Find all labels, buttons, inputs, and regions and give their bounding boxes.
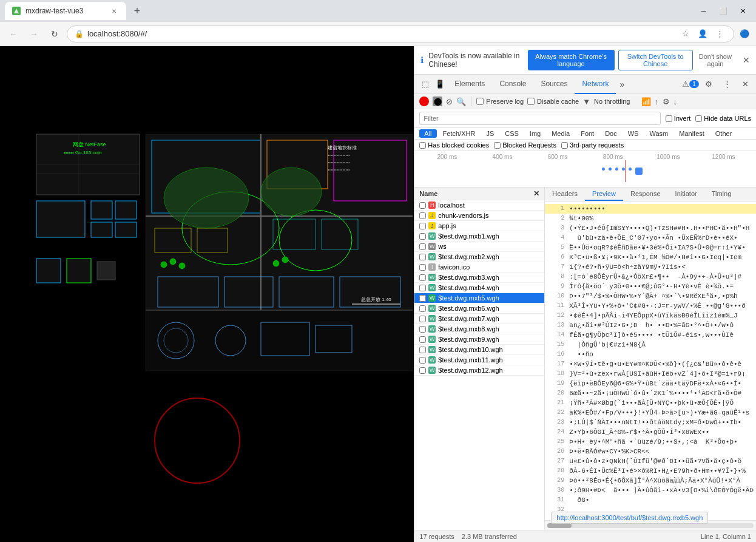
item-checkbox[interactable]	[419, 285, 426, 291]
item-checkbox[interactable]	[419, 212, 426, 219]
blocked-requests-input[interactable]	[494, 142, 501, 149]
close-button[interactable]: ✕	[734, 2, 751, 19]
type-js[interactable]: JS	[481, 129, 499, 138]
network-item-mxb2[interactable]: W $test.dwg.mxb2.wgh	[414, 252, 544, 262]
network-item-mxb10[interactable]: W $test.dwg.mxb10.wgh	[414, 345, 544, 355]
preview-content[interactable]: 1 ••••••••• 2 ¾t•00% 3 (•Ý£•J•éÔ{ImS¥Y••…	[545, 202, 756, 520]
third-party-checkbox[interactable]: 3rd-party requests	[561, 141, 624, 149]
network-item-ws[interactable]: W ws	[414, 242, 544, 252]
minimize-button[interactable]: ─	[695, 2, 712, 19]
type-all[interactable]: All	[419, 129, 436, 138]
blocked-requests-checkbox[interactable]: Blocked Requests	[494, 141, 556, 149]
invert-checkbox[interactable]: Invert	[666, 115, 691, 122]
item-checkbox[interactable]	[419, 336, 426, 343]
issues-icon[interactable]: ⚠ 1	[683, 77, 698, 92]
new-tab-button[interactable]: +	[129, 2, 146, 19]
address-bar[interactable]: 🔒 localhost:8080/#/ ☆ 👤 ⋮	[67, 25, 734, 42]
import-icon[interactable]: ↑	[655, 97, 659, 106]
type-css[interactable]: CSS	[500, 129, 524, 138]
match-language-button[interactable]: Always match Chrome's language	[528, 50, 615, 70]
tab-close-button[interactable]: ✕	[109, 6, 119, 16]
more-tabs-icon[interactable]: »	[616, 80, 628, 89]
has-blocked-cookies-input[interactable]	[419, 142, 426, 149]
item-checkbox[interactable]	[419, 295, 426, 302]
network-item-mxb11[interactable]: W $test.dwg.mxb11.wgh	[414, 355, 544, 365]
network-item-mxb12[interactable]: W $test.dwg.mxb12.wgh	[414, 365, 544, 376]
settings-icon[interactable]: ⚙	[701, 77, 716, 92]
network-item-mxb5[interactable]: W $test.dwg.mxb5.wgh	[414, 293, 544, 303]
menu-icon[interactable]: ⋮	[713, 27, 726, 41]
back-button[interactable]: ←	[5, 25, 22, 42]
preview-tab-timing[interactable]: Timing	[704, 188, 739, 201]
preview-tab-initiator[interactable]: Initiator	[668, 188, 704, 201]
record-button[interactable]	[419, 97, 429, 106]
download-icon[interactable]: ↓	[673, 97, 678, 106]
network-item-app[interactable]: J app.js	[414, 221, 544, 231]
close-devtools-icon[interactable]: ✕	[738, 77, 752, 92]
type-fetch-xhr[interactable]: Fetch/XHR	[438, 129, 481, 138]
item-checkbox[interactable]	[419, 264, 426, 271]
inspect-icon[interactable]: ⬚	[418, 77, 433, 92]
network-item-mxb4[interactable]: W $test.dwg.mxb4.wgh	[414, 283, 544, 293]
switch-chinese-button[interactable]: Switch DevTools to Chinese	[618, 50, 693, 70]
search-icon[interactable]: 🔍	[456, 97, 466, 106]
stop-button[interactable]: ⬤	[433, 97, 442, 106]
item-checkbox[interactable]	[419, 223, 426, 229]
item-checkbox[interactable]	[419, 233, 426, 240]
item-checkbox[interactable]	[419, 367, 426, 374]
disable-cache-checkbox[interactable]: Disable cache	[527, 98, 579, 105]
network-item-favicon[interactable]: I favicon.ico	[414, 262, 544, 273]
type-doc[interactable]: Doc	[600, 129, 622, 138]
item-checkbox[interactable]	[419, 326, 426, 333]
star-icon[interactable]: ☆	[679, 27, 692, 41]
network-item-mxb1[interactable]: W $test.dwg.mxb1.wgh	[414, 231, 544, 242]
tab-sources[interactable]: Sources	[533, 75, 575, 94]
hide-data-urls-input[interactable]	[695, 115, 702, 122]
tab-network[interactable]: Network	[575, 75, 616, 94]
extensions-icon[interactable]: 🔵	[738, 27, 751, 41]
restore-button[interactable]: ⬜	[715, 2, 732, 19]
tab-console[interactable]: Console	[492, 75, 533, 94]
type-wasm[interactable]: Wasm	[644, 129, 673, 138]
network-item-localhost[interactable]: H localhost	[414, 200, 544, 211]
forward-button[interactable]: →	[25, 25, 42, 42]
dismiss-button[interactable]: Don't show again	[697, 50, 734, 70]
item-checkbox[interactable]	[419, 254, 426, 260]
item-checkbox[interactable]	[419, 305, 426, 312]
preview-tab-response[interactable]: Response	[623, 188, 668, 201]
network-item-mxb9[interactable]: W $test.dwg.mxb9.wgh	[414, 334, 544, 345]
profile-icon[interactable]: 👤	[696, 27, 709, 41]
tab-elements[interactable]: Elements	[447, 75, 492, 94]
network-item-mxb7[interactable]: W $test.dwg.mxb7.wgh	[414, 314, 544, 324]
preview-tab-headers[interactable]: Headers	[545, 188, 585, 201]
item-checkbox[interactable]	[419, 347, 426, 353]
vertical-dots-icon[interactable]: ⋮	[720, 77, 734, 92]
network-item-mxb8[interactable]: W $test.dwg.mxb8.wgh	[414, 324, 544, 334]
network-item-mxb3[interactable]: W $test.dwg.mxb3.wgh	[414, 273, 544, 283]
item-checkbox[interactable]	[419, 202, 426, 209]
type-img[interactable]: Img	[525, 129, 545, 138]
disable-cache-input[interactable]	[527, 98, 535, 105]
throttling-select[interactable]: No throttling	[594, 98, 638, 105]
filter-input[interactable]	[419, 112, 660, 125]
type-other[interactable]: Other	[710, 129, 737, 138]
settings-network-icon[interactable]: ⚙	[663, 97, 670, 106]
item-checkbox[interactable]	[419, 316, 426, 322]
type-manifest[interactable]: Manifest	[674, 129, 709, 138]
third-party-input[interactable]	[561, 142, 568, 149]
throttling-icon[interactable]: ▼	[582, 97, 590, 106]
network-conditions-icon[interactable]: 📶	[641, 97, 651, 106]
close-list-icon[interactable]: ✕	[533, 189, 539, 198]
invert-input[interactable]	[666, 115, 672, 122]
banner-close-icon[interactable]: ✕	[743, 55, 750, 65]
hide-data-urls-checkbox[interactable]: Hide data URLs	[695, 115, 751, 122]
type-media[interactable]: Media	[547, 129, 575, 138]
network-item-mxb6[interactable]: W $test.dwg.mxb6.wgh	[414, 303, 544, 314]
item-checkbox[interactable]	[419, 243, 426, 250]
browser-tab[interactable]: mxdraw-test-vue3 ✕	[5, 2, 126, 20]
device-icon[interactable]: 📱	[433, 77, 447, 92]
type-font[interactable]: Font	[576, 129, 599, 138]
preserve-log-checkbox[interactable]: Preserve log	[476, 98, 524, 105]
item-checkbox[interactable]	[419, 357, 426, 364]
filter-icon[interactable]: ⊘	[446, 97, 453, 106]
